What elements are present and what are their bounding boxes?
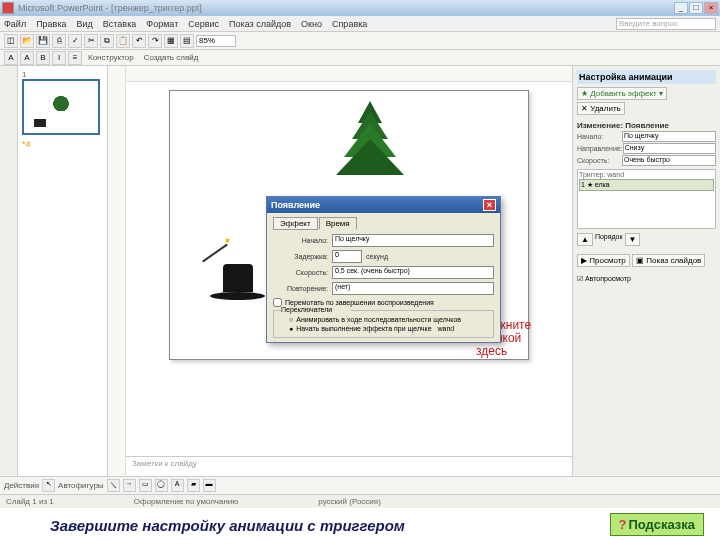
direction-field[interactable]: Снизу [623,143,716,154]
newslide-button[interactable]: Создать слайд [144,53,199,62]
instruction-caption: Завершите настройку анимации с триггером [50,517,405,534]
effect-options-dialog: Появление × Эффект Время Начало:По щелчк… [266,196,501,343]
slide-thumb-1[interactable] [22,79,100,135]
window-title: Microsoft PowerPoint - [тренжер_триггер.… [18,3,674,13]
play-button[interactable]: ▶ Просмотр [577,254,630,267]
dlg-repeat-label: Повторение: [273,285,328,292]
save-icon[interactable]: 💾 [36,34,50,48]
animation-indicator-icon[interactable]: *4 [22,139,103,149]
undo-icon[interactable]: ↶ [132,34,146,48]
hat-icon [34,119,46,127]
titlebar: Microsoft PowerPoint - [тренжер_триггер.… [0,0,720,16]
status-template: Оформление по умолчанию [134,497,239,506]
help-search[interactable]: Введите вопрос [616,18,716,30]
outline-tab-strip[interactable] [0,66,18,476]
select-icon[interactable]: ↖ [42,479,55,492]
add-effect-button[interactable]: ★ Добавить эффект ▾ [577,87,667,100]
animation-list[interactable]: Триггер: wand 1 ★ елка [577,169,716,229]
magic-hat-image[interactable] [210,264,265,309]
copy-icon[interactable]: ⧉ [100,34,114,48]
dialog-close-button[interactable]: × [483,199,496,211]
dlg-delay-field[interactable]: 0 [332,250,362,263]
zoom-field[interactable]: 85% [196,35,236,47]
align-icon[interactable]: ≡ [68,51,82,65]
chart-icon[interactable]: ▤ [180,34,194,48]
close-button[interactable]: × [704,2,718,14]
ruler-vertical [108,66,126,476]
reorder-up-button[interactable]: ▲ [577,233,593,246]
dlg-start-label: Начало: [273,237,328,244]
trigger-header: Триггер: wand [579,171,714,178]
menu-file[interactable]: Файл [4,19,26,29]
dlg-speed-label: Скорость: [273,269,328,276]
taskpane-title: Настройка анимации [577,70,716,84]
format-toolbar: A A B I ≡ Конструктор Создать слайд [0,50,720,66]
ruler-horizontal [126,66,572,82]
design-button[interactable]: Конструктор [88,53,134,62]
speed-label: Скорость: [577,157,622,164]
status-slide: Слайд 1 из 1 [6,497,54,506]
remove-effect-button[interactable]: ✕ Удалить [577,102,625,115]
font-icon[interactable]: A [4,51,18,65]
line-icon[interactable]: ＼ [107,479,120,492]
minimize-button[interactable]: _ [674,2,688,14]
arrow-icon[interactable]: → [123,479,136,492]
table-icon[interactable]: ▦ [164,34,178,48]
dialog-title: Появление [271,200,320,210]
paste-icon[interactable]: 📋 [116,34,130,48]
fontsize-icon[interactable]: A [20,51,34,65]
new-icon[interactable]: ◫ [4,34,18,48]
bold-icon[interactable]: B [36,51,50,65]
reorder-down-button[interactable]: ▼ [625,233,641,246]
trigger-object-field[interactable]: wand [438,325,488,332]
textbox-icon[interactable]: A [171,479,184,492]
dlg-repeat-field[interactable]: (нет) [332,282,494,295]
trigger-option-sequence[interactable]: ○ Анимировать в ходе последовательности … [289,316,490,323]
dlg-delay-label: Задержка: [273,253,328,260]
spell-icon[interactable]: ✓ [68,34,82,48]
linecolor-icon[interactable]: ▬ [203,479,216,492]
menu-view[interactable]: Вид [77,19,93,29]
tree-image[interactable] [335,101,405,201]
rect-icon[interactable]: ▭ [139,479,152,492]
open-icon[interactable]: 📂 [20,34,34,48]
tab-timing[interactable]: Время [319,217,357,230]
menu-slideshow[interactable]: Показ слайдов [229,19,291,29]
dlg-start-field[interactable]: По щелчку [332,234,494,247]
actions-menu[interactable]: Действия [4,481,39,490]
autoshapes-menu[interactable]: Автофигуры [58,481,104,490]
slide-thumbnails: 1 *4 [18,66,108,476]
dlg-speed-field[interactable]: 0,5 сек. (очень быстро) [332,266,494,279]
print-icon[interactable]: ⎙ [52,34,66,48]
app-icon [2,2,14,14]
menu-tools[interactable]: Сервис [188,19,219,29]
animation-task-pane: Настройка анимации ★ Добавить эффект ▾ ✕… [572,66,720,476]
cut-icon[interactable]: ✂ [84,34,98,48]
speed-field[interactable]: Очень быстро [622,155,716,166]
wand-icon[interactable] [202,244,228,263]
drawing-toolbar: Действия ↖ Автофигуры ＼ → ▭ ◯ A ▰ ▬ [0,476,720,494]
menu-insert[interactable]: Вставка [103,19,136,29]
menu-format[interactable]: Формат [146,19,178,29]
fill-icon[interactable]: ▰ [187,479,200,492]
menu-help[interactable]: Справка [332,19,367,29]
oval-icon[interactable]: ◯ [155,479,168,492]
animation-item[interactable]: 1 ★ елка [579,179,714,191]
start-field[interactable]: По щелчку [622,131,716,142]
notes-pane[interactable]: Заметки к слайду [126,456,572,476]
tab-effect[interactable]: Эффект [273,217,318,230]
triggers-group-label: Переключатели [281,306,351,313]
tree-icon [52,87,70,111]
trigger-option-click[interactable]: ● Начать выполнение эффекта при щелчке w… [289,325,490,332]
dlg-delay-unit: секунд [366,253,388,260]
menu-window[interactable]: Окно [301,19,322,29]
autopreview-checkbox[interactable]: ☑ Автопросмотр [577,275,716,283]
direction-label: Направление: [577,145,623,152]
menu-edit[interactable]: Правка [36,19,66,29]
hint-button[interactable]: ?Подсказка [610,513,704,536]
start-label: Начало: [577,133,622,140]
maximize-button[interactable]: □ [689,2,703,14]
redo-icon[interactable]: ↷ [148,34,162,48]
italic-icon[interactable]: I [52,51,66,65]
slideshow-button[interactable]: ▣ Показ слайдов [632,254,705,267]
